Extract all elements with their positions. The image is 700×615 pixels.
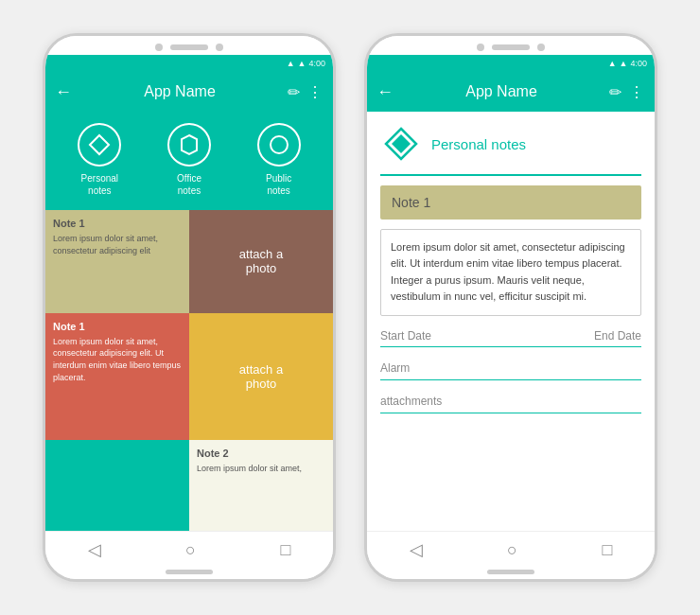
tile-attach1[interactable]: attach aphoto xyxy=(189,210,333,313)
category-public[interactable]: Publicnotes xyxy=(257,123,301,197)
tile-attach2[interactable]: attach aphoto xyxy=(189,313,333,440)
public-icon xyxy=(257,123,301,167)
tile-note1-red[interactable]: Note 1 Lorem ipsum dolor sit amet, conse… xyxy=(45,313,189,440)
notes-grid: Note 1 Lorem ipsum dolor sit amet, conse… xyxy=(45,210,333,531)
svg-marker-4 xyxy=(392,134,411,153)
right-camera xyxy=(477,44,484,51)
nav-recent-icon[interactable]: □ xyxy=(280,540,290,560)
personal-label: Personalnotes xyxy=(81,172,118,197)
alarm-field[interactable]: Alarm xyxy=(380,359,641,380)
note-body: Lorem ipsum dolor sit amet, consectetur … xyxy=(380,229,641,316)
attachments-label: attachments xyxy=(380,395,442,408)
right-camera2 xyxy=(537,44,545,51)
section-title: Personal notes xyxy=(431,136,526,152)
left-status-icons: ▲ ▲ 4:00 xyxy=(287,59,325,68)
tile1-title: Note 1 xyxy=(53,218,182,229)
right-app-bar: ← App Name ✏ ⋮ xyxy=(367,72,655,112)
time-label: 4:00 xyxy=(308,59,325,68)
category-office[interactable]: Officenotes xyxy=(167,123,211,197)
left-home-button xyxy=(166,570,213,574)
attach2-text: attach aphoto xyxy=(239,362,283,391)
note-card-title: Note 1 xyxy=(380,185,641,220)
left-camera xyxy=(155,44,163,51)
left-app-title: App Name xyxy=(79,83,280,100)
tile6-text: Lorem ipsum dolor sit amet, xyxy=(197,463,325,475)
right-back-icon[interactable]: ← xyxy=(376,82,394,102)
left-speaker xyxy=(170,44,208,50)
svg-marker-0 xyxy=(90,135,109,154)
right-nav-bar: ◁ ○ □ xyxy=(367,531,655,570)
right-nav-back-icon[interactable]: ◁ xyxy=(410,539,423,560)
categories-row: Personalnotes Officenotes xyxy=(45,112,333,210)
end-date-label[interactable]: End Date xyxy=(594,329,641,343)
right-nav-recent-icon[interactable]: □ xyxy=(602,540,612,560)
start-date-label[interactable]: Start Date xyxy=(380,329,431,343)
attach1-text: attach aphoto xyxy=(239,247,283,275)
svg-point-2 xyxy=(271,136,288,153)
tile-empty xyxy=(45,440,189,531)
tile3-text: Lorem ipsum dolor sit amet, consectetur … xyxy=(53,336,182,383)
right-signal-icon: ▲ xyxy=(620,59,628,68)
left-phone-top xyxy=(45,36,333,55)
right-nav-home-icon[interactable]: ○ xyxy=(507,540,517,560)
tile6-title: Note 2 xyxy=(197,448,325,459)
tile-note2[interactable]: Note 2 Lorem ipsum dolor sit amet, xyxy=(189,440,333,531)
right-status-bar: ▲ ▲ 4:00 xyxy=(367,55,655,72)
attachments-field[interactable]: attachments xyxy=(380,392,641,413)
left-app-bar: ← App Name ✏ ⋮ xyxy=(45,72,333,112)
tile1-text: Lorem ipsum dolor sit amet, consectetur … xyxy=(53,233,182,256)
nav-home-icon[interactable]: ○ xyxy=(185,540,196,560)
right-more-icon[interactable]: ⋮ xyxy=(629,83,645,101)
alarm-label: Alarm xyxy=(380,361,410,375)
right-time-label: 4:00 xyxy=(630,59,647,68)
right-phone-body: Personal notes Note 1 Lorem ipsum dolor … xyxy=(367,112,655,531)
right-home-button xyxy=(487,570,534,574)
left-camera2 xyxy=(216,44,223,51)
left-phone: ▲ ▲ 4:00 ← App Name ✏ ⋮ xyxy=(43,33,336,582)
personal-icon xyxy=(78,123,121,167)
tile-note1-olive[interactable]: Note 1 Lorem ipsum dolor sit amet, conse… xyxy=(45,210,189,313)
right-wifi-icon: ▲ xyxy=(608,59,617,68)
left-nav-bar: ◁ ○ □ xyxy=(45,531,333,570)
tile3-title: Note 1 xyxy=(53,321,182,332)
svg-marker-1 xyxy=(182,135,197,154)
signal-icon: ▲ xyxy=(298,59,306,68)
category-personal[interactable]: Personalnotes xyxy=(78,123,121,197)
right-speaker xyxy=(492,44,530,50)
right-app-title: App Name xyxy=(401,83,602,100)
date-fields: Start Date End Date xyxy=(380,329,641,347)
right-phone-top xyxy=(367,36,655,55)
public-label: Publicnotes xyxy=(266,172,291,197)
left-phone-content: ▲ ▲ 4:00 ← App Name ✏ ⋮ xyxy=(45,55,333,570)
left-edit-icon[interactable]: ✏ xyxy=(288,83,300,101)
header-divider xyxy=(380,174,641,176)
wifi-icon: ▲ xyxy=(287,59,295,68)
office-icon xyxy=(167,123,211,167)
right-status-icons: ▲ ▲ 4:00 xyxy=(608,59,647,68)
right-edit-icon[interactable]: ✏ xyxy=(609,83,621,101)
right-phone-content: ▲ ▲ 4:00 ← App Name ✏ ⋮ Personal n xyxy=(367,55,655,570)
left-status-bar: ▲ ▲ 4:00 xyxy=(45,55,333,72)
note-detail-header: Personal notes xyxy=(380,123,641,165)
left-more-icon[interactable]: ⋮ xyxy=(307,83,324,101)
left-phone-body: Personalnotes Officenotes xyxy=(45,112,333,531)
section-diamond-icon xyxy=(380,123,422,165)
right-phone: ▲ ▲ 4:00 ← App Name ✏ ⋮ Personal n xyxy=(364,33,657,582)
left-back-icon[interactable]: ← xyxy=(55,82,72,102)
nav-back-icon[interactable]: ◁ xyxy=(88,539,101,560)
office-label: Officenotes xyxy=(177,172,201,197)
